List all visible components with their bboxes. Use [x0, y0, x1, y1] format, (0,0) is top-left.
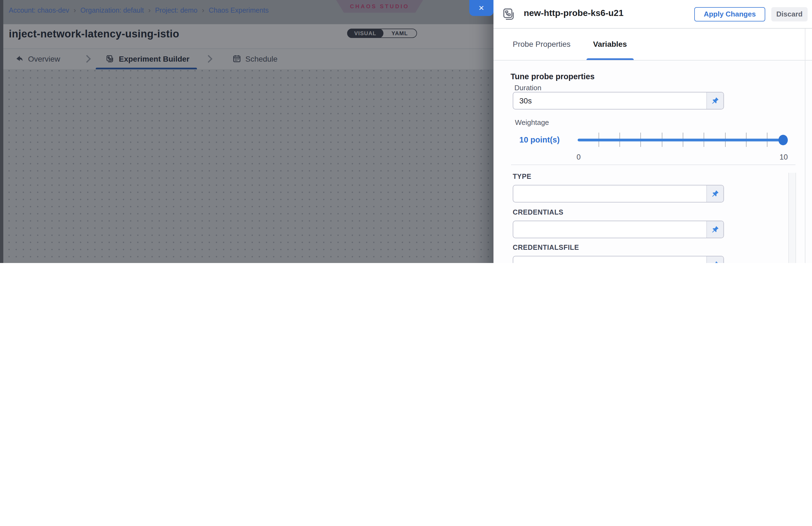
active-tab-underline — [586, 58, 634, 60]
experiment-builder-area: Account: chaos-dev › Organization: defau… — [0, 0, 493, 263]
close-icon: × — [479, 3, 484, 13]
slider-min-label: 0 — [577, 153, 581, 161]
pin-icon — [711, 190, 719, 198]
weightage-slider: 0 10 — [578, 121, 788, 154]
slider-handle[interactable] — [779, 135, 788, 145]
pin-icon — [711, 261, 719, 263]
duration-field-group — [513, 92, 724, 109]
credentialsfile-input[interactable] — [513, 257, 706, 263]
tab-variables[interactable]: Variables — [593, 28, 627, 60]
var-label-credentials: CREDENTIALS — [513, 208, 563, 216]
var-field-credentialsfile — [513, 256, 724, 263]
section-heading: Tune probe properties — [510, 72, 595, 81]
discard-button[interactable]: Discard — [771, 7, 808, 21]
scroll-gutter-divider — [804, 29, 805, 263]
slider-track[interactable] — [578, 138, 788, 141]
pin-button[interactable] — [706, 221, 723, 237]
drawer-tabs: Probe Properties Variables — [493, 28, 812, 60]
credentials-input[interactable] — [513, 221, 706, 237]
pin-button[interactable] — [706, 257, 723, 263]
var-label-type: TYPE — [513, 173, 532, 180]
duration-input[interactable] — [513, 92, 706, 109]
chaos-studio-page: Account: chaos-dev › Organization: defau… — [0, 0, 812, 263]
close-drawer-button[interactable]: × — [469, 0, 493, 16]
pin-icon — [711, 97, 719, 104]
probe-icon — [502, 7, 516, 24]
pin-icon — [711, 225, 719, 233]
var-field-credentials — [513, 220, 724, 238]
drawer-scrim[interactable] — [0, 0, 493, 263]
pin-button[interactable] — [706, 92, 723, 109]
drawer-header: new-http-probe-ks6-u21 Apply Changes Dis… — [493, 0, 812, 28]
section-divider — [511, 164, 796, 165]
type-input[interactable] — [513, 186, 706, 202]
probe-config-drawer: new-http-probe-ks6-u21 Apply Changes Dis… — [493, 0, 812, 263]
var-field-type — [513, 185, 724, 203]
drawer-body: Tune probe properties Duration Weightage… — [493, 60, 812, 263]
apply-changes-button[interactable]: Apply Changes — [694, 7, 765, 21]
tab-probe-properties[interactable]: Probe Properties — [513, 28, 570, 60]
drawer-scrollbar[interactable] — [788, 173, 796, 263]
drawer-title: new-http-probe-ks6-u21 — [524, 8, 624, 18]
pin-button[interactable] — [706, 186, 723, 202]
slider-max-label: 10 — [780, 153, 788, 161]
weightage-value: 10 point(s) — [519, 135, 560, 144]
duration-label: Duration — [514, 84, 541, 92]
var-label-credentialsfile: CREDENTIALSFILE — [513, 244, 579, 251]
weightage-label: Weightage — [515, 118, 549, 127]
